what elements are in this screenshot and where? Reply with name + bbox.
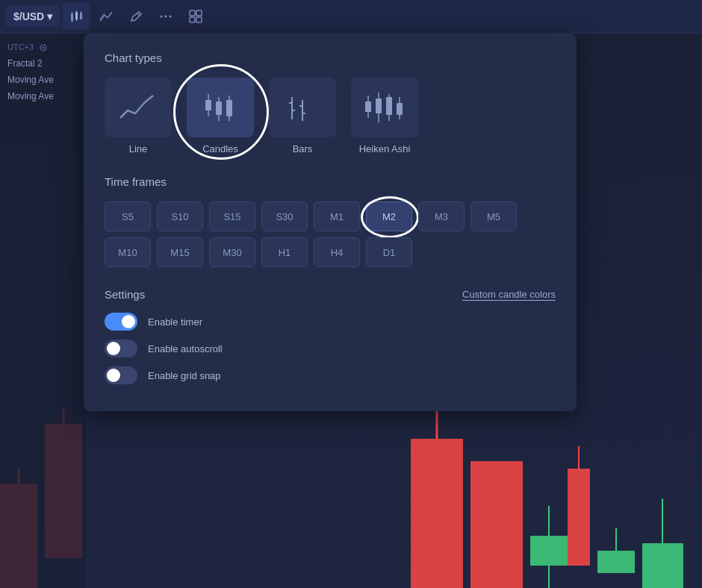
sidebar-fractal2: Fractal 2 <box>0 55 86 72</box>
chart-types-row: Line Candles <box>105 78 556 154</box>
timeframe-btn-s10[interactable]: S10 <box>157 201 203 231</box>
timezone-label: UTC+3 <box>0 40 86 55</box>
toggle-knob-enable_autoscroll <box>107 342 120 355</box>
chart-type-candles[interactable]: Candles <box>187 78 254 154</box>
timeframe-btn-m15[interactable]: M15 <box>157 237 203 267</box>
svg-rect-7 <box>470 461 523 588</box>
chart-types-title: Chart types <box>105 51 556 64</box>
timeframe-btn-s5[interactable]: S5 <box>105 201 151 231</box>
line-chart-icon <box>117 90 159 125</box>
timeframe-btn-s15[interactable]: S15 <box>209 201 255 231</box>
svg-point-39 <box>43 47 45 49</box>
chart-type-heiken-label: Heiken Ashi <box>359 143 411 154</box>
svg-line-30 <box>137 13 140 16</box>
more-button[interactable] <box>152 3 179 30</box>
chart-type-bars-icon <box>269 78 336 137</box>
toggle-enable_autoscroll[interactable] <box>105 340 137 357</box>
dropdown-arrow-icon: ▾ <box>47 10 52 22</box>
settings-header: Settings Custom candle colors <box>105 288 556 301</box>
chart-type-line-icon <box>105 78 172 137</box>
toggle-enable_grid_snap[interactable] <box>105 366 137 384</box>
timeframe-btn-m3[interactable]: M3 <box>418 201 465 231</box>
svg-rect-47 <box>226 100 232 116</box>
svg-rect-44 <box>216 101 222 115</box>
timeframe-btn-m2[interactable]: M2 <box>366 201 412 231</box>
m2-selection-circle <box>361 196 419 238</box>
indicators-icon <box>99 9 114 24</box>
settings-title: Settings <box>105 288 145 301</box>
timeframe-btn-m1[interactable]: M1 <box>314 201 360 231</box>
settings-panel: Chart types Line <box>84 34 577 411</box>
svg-rect-8 <box>530 536 568 566</box>
setting-label-enable_timer: Enable timer <box>148 316 202 328</box>
timeframe-btn-m5[interactable]: M5 <box>470 201 517 231</box>
more-icon <box>158 9 173 24</box>
svg-rect-13 <box>642 543 683 588</box>
settings-section: Settings Custom candle colors Enable tim… <box>105 288 556 384</box>
sidebar: UTC+3 Fractal 2 Moving Ave Moving Ave <box>0 34 86 588</box>
toggle-knob-enable_timer <box>122 315 135 328</box>
settings-rows: Enable timerEnable autoscrollEnable grid… <box>105 313 556 384</box>
svg-rect-24 <box>80 13 82 19</box>
svg-rect-62 <box>386 97 392 115</box>
setting-row-enable_grid_snap: Enable grid snap <box>105 366 556 384</box>
indicators-button[interactable] <box>93 3 119 30</box>
chart-type-heiken-icon <box>351 78 418 137</box>
setting-row-enable_autoscroll: Enable autoscroll <box>105 340 556 357</box>
sidebar-moving-avg-1: Moving Ave <box>0 72 86 88</box>
svg-rect-56 <box>365 101 371 112</box>
svg-line-27 <box>105 15 108 18</box>
svg-rect-65 <box>397 103 403 115</box>
svg-point-33 <box>170 16 172 18</box>
timeframe-btn-h4[interactable]: H4 <box>314 237 360 267</box>
timeframe-btn-d1[interactable]: D1 <box>366 237 412 267</box>
bars-chart-icon <box>282 90 323 125</box>
setting-label-enable_grid_snap: Enable grid snap <box>148 370 221 381</box>
timeframe-btn-s30[interactable]: S30 <box>261 201 308 231</box>
svg-rect-22 <box>76 10 77 12</box>
candles-chart-icon <box>199 90 241 125</box>
timeframe-btn-h1[interactable]: H1 <box>261 237 308 267</box>
heiken-ashi-icon <box>355 90 414 125</box>
svg-rect-5 <box>411 439 463 588</box>
svg-rect-20 <box>72 21 72 22</box>
toggle-knob-enable_grid_snap <box>107 369 120 382</box>
pair-label: $/USD <box>13 10 44 22</box>
chart-type-icon <box>69 9 84 24</box>
svg-rect-16 <box>568 469 590 566</box>
layout-icon <box>188 9 203 24</box>
chart-type-line[interactable]: Line <box>105 78 172 154</box>
timeframes-section: Time frames S5S10S15S30M1M2M3M5M10M15M30… <box>105 175 556 267</box>
svg-rect-18 <box>71 13 73 21</box>
chart-type-candles-label: Candles <box>202 143 238 154</box>
chart-type-button[interactable] <box>63 3 90 30</box>
settings-icon[interactable] <box>39 43 48 52</box>
timeframe-btn-m10[interactable]: M10 <box>105 237 151 267</box>
setting-label-enable_autoscroll: Enable autoscroll <box>148 343 223 354</box>
svg-rect-37 <box>196 17 202 22</box>
svg-rect-59 <box>376 98 382 113</box>
svg-rect-25 <box>81 11 81 13</box>
pair-selector[interactable]: $/USD ▾ <box>6 6 60 27</box>
svg-rect-23 <box>76 19 77 21</box>
svg-line-28 <box>108 12 112 18</box>
chart-type-candles-icon <box>187 78 254 137</box>
timeframes-grid: S5S10S15S30M1M2M3M5M10M15M30H1H4D1 <box>105 201 556 267</box>
svg-rect-11 <box>597 551 635 573</box>
svg-rect-36 <box>190 17 195 22</box>
draw-button[interactable] <box>122 3 149 30</box>
svg-rect-21 <box>75 12 78 19</box>
chart-type-line-label: Line <box>129 143 148 154</box>
layout-button[interactable] <box>182 3 209 30</box>
custom-candle-colors-link[interactable]: Custom candle colors <box>462 289 556 301</box>
timeframes-title: Time frames <box>105 175 556 188</box>
chart-type-bars-label: Bars <box>293 143 313 154</box>
svg-rect-35 <box>196 10 202 16</box>
timeframe-btn-m30[interactable]: M30 <box>209 237 255 267</box>
svg-rect-34 <box>190 10 195 16</box>
svg-rect-19 <box>72 12 72 13</box>
toolbar: $/USD ▾ <box>0 0 702 34</box>
chart-type-bars[interactable]: Bars <box>269 78 336 154</box>
toggle-enable_timer[interactable] <box>105 313 137 331</box>
chart-type-heiken-ashi[interactable]: Heiken Ashi <box>351 78 418 154</box>
